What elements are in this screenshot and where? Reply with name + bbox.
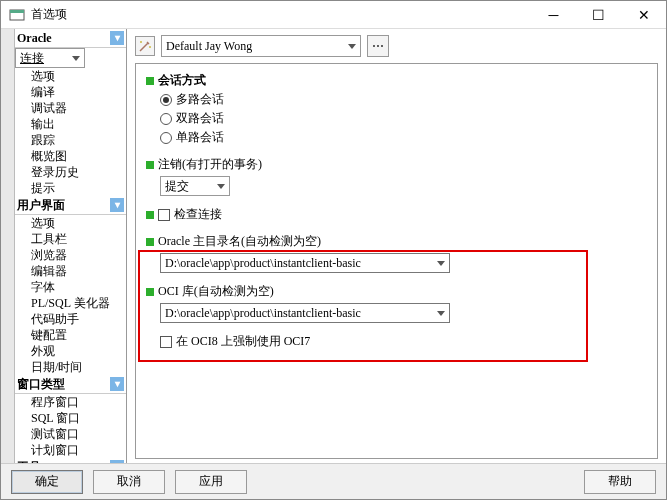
profile-more-button[interactable]: ⋯ [367, 35, 389, 57]
preferences-window: 首选项 ─ ☐ ✕ Oracle▾连接选项编译调试器输出跟踪概览图登录历史提示用… [0, 0, 667, 500]
svg-point-2 [140, 41, 142, 43]
marker-icon [146, 161, 154, 169]
session-mode-title: 会话方式 [158, 72, 206, 89]
ok-button[interactable]: 确定 [11, 470, 83, 494]
content-panel: 会话方式 多路会话双路会话单路会话 注销(有打开的事务) 提交 [135, 63, 658, 459]
sidebar-item[interactable]: 外观 [15, 343, 126, 359]
sidebar-item[interactable]: 登录历史 [15, 164, 126, 180]
sidebar-item[interactable]: SQL 窗口 [15, 410, 126, 426]
sidebar-group-header[interactable]: 窗口类型▾ [15, 375, 126, 394]
sidebar-item[interactable]: 连接 [15, 48, 85, 68]
oracle-home-select[interactable]: D:\oracle\app\product\instantclient-basi… [160, 253, 450, 273]
sidebar-item[interactable]: 选项 [15, 215, 126, 231]
sidebar-item[interactable]: 代码助手 [15, 311, 126, 327]
sidebar-item[interactable]: 调试器 [15, 100, 126, 116]
profile-select[interactable]: Default Jay Wong [161, 35, 361, 57]
sidebar-item[interactable]: 编辑器 [15, 263, 126, 279]
sidebar-group-header[interactable]: Oracle▾ [15, 29, 126, 48]
check-connection-checkbox[interactable] [158, 209, 170, 221]
session-radio-label: 双路会话 [176, 110, 224, 127]
svg-rect-1 [10, 10, 24, 13]
collapse-icon[interactable]: ▾ [110, 31, 124, 45]
oci-lib-label: OCI 库(自动检测为空) [158, 283, 274, 300]
titlebar: 首选项 ─ ☐ ✕ [1, 1, 666, 29]
sidebar: Oracle▾连接选项编译调试器输出跟踪概览图登录历史提示用户界面▾选项工具栏浏… [15, 29, 127, 463]
footer: 确定 取消 应用 帮助 [1, 463, 666, 499]
sidebar-item[interactable]: 跟踪 [15, 132, 126, 148]
session-radio-label: 多路会话 [176, 91, 224, 108]
help-button[interactable]: 帮助 [584, 470, 656, 494]
sidebar-item[interactable]: 编译 [15, 84, 126, 100]
marker-icon [146, 288, 154, 296]
session-radio-label: 单路会话 [176, 129, 224, 146]
collapse-icon[interactable]: ▾ [110, 198, 124, 212]
left-gutter [1, 29, 15, 463]
sidebar-item[interactable]: 浏览器 [15, 247, 126, 263]
profile-icon-button[interactable] [135, 36, 155, 56]
oracle-home-label: Oracle 主目录名(自动检测为空) [158, 233, 321, 250]
close-button[interactable]: ✕ [621, 1, 666, 29]
wand-icon [138, 39, 152, 53]
sidebar-item[interactable]: 概览图 [15, 148, 126, 164]
svg-point-3 [149, 46, 151, 48]
sidebar-item[interactable]: 提示 [15, 180, 126, 196]
sidebar-item[interactable]: 选项 [15, 68, 126, 84]
force-oci7-label: 在 OCI8 上强制使用 OCI7 [176, 333, 310, 350]
window-title: 首选项 [31, 6, 531, 23]
app-icon [9, 7, 25, 23]
sidebar-item[interactable]: PL/SQL 美化器 [15, 295, 126, 311]
oci-lib-value: D:\oracle\app\product\instantclient-basi… [165, 306, 361, 321]
logoff-title: 注销(有打开的事务) [158, 156, 262, 173]
marker-icon [146, 77, 154, 85]
sidebar-group-header[interactable]: 用户界面▾ [15, 196, 126, 215]
session-radio[interactable] [160, 94, 172, 106]
session-radio[interactable] [160, 113, 172, 125]
collapse-icon[interactable]: ▾ [110, 377, 124, 391]
sidebar-item[interactable]: 输出 [15, 116, 126, 132]
apply-button[interactable]: 应用 [175, 470, 247, 494]
logoff-value: 提交 [165, 178, 189, 195]
oracle-home-value: D:\oracle\app\product\instantclient-basi… [165, 256, 361, 271]
session-radio[interactable] [160, 132, 172, 144]
maximize-button[interactable]: ☐ [576, 1, 621, 29]
sidebar-item[interactable]: 计划窗口 [15, 442, 126, 458]
profile-value: Default Jay Wong [166, 39, 252, 54]
sidebar-item[interactable]: 日期/时间 [15, 359, 126, 375]
logoff-select[interactable]: 提交 [160, 176, 230, 196]
marker-icon [146, 238, 154, 246]
minimize-button[interactable]: ─ [531, 1, 576, 29]
sidebar-item[interactable]: 键配置 [15, 327, 126, 343]
sidebar-item[interactable]: 字体 [15, 279, 126, 295]
oci-lib-select[interactable]: D:\oracle\app\product\instantclient-basi… [160, 303, 450, 323]
check-connection-label: 检查连接 [174, 206, 222, 223]
profile-toolbar: Default Jay Wong ⋯ [127, 29, 666, 63]
sidebar-item[interactable]: 工具栏 [15, 231, 126, 247]
sidebar-item[interactable]: 测试窗口 [15, 426, 126, 442]
cancel-button[interactable]: 取消 [93, 470, 165, 494]
marker-icon [146, 211, 154, 219]
sidebar-item[interactable]: 程序窗口 [15, 394, 126, 410]
force-oci7-checkbox[interactable] [160, 336, 172, 348]
